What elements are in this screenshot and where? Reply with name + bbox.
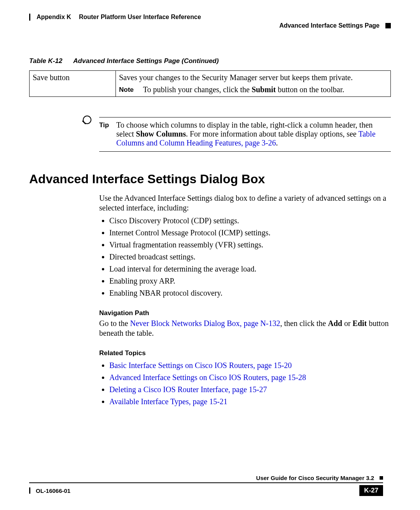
list-item: Enabling NBAR protocol discovery. (109, 288, 391, 298)
table-number: Table K-12 (29, 57, 62, 65)
magnifier-icon (80, 116, 91, 126)
related-link[interactable]: Basic Interface Settings on Cisco IOS Ro… (109, 361, 292, 370)
related-link[interactable]: Deleting a Cisco IOS Router Interface, p… (109, 385, 267, 394)
list-item: Internet Control Message Protocol (ICMP)… (109, 228, 391, 238)
list-item: Enabling proxy ARP. (109, 276, 391, 286)
running-header: Appendix K Router Platform User Interfac… (29, 14, 391, 21)
row-desc-text: Saves your changes to the Security Manag… (119, 73, 353, 82)
footer-docid: OL-16066-01 (36, 487, 70, 494)
footer-tick (29, 487, 30, 494)
page-footer: User Guide for Cisco Security Manager 3.… (29, 475, 383, 496)
feature-list: Cisco Discovery Protocol (CDP) settings.… (99, 216, 391, 298)
note-text-b: button on the toolbar. (276, 85, 344, 94)
tip-top-rule (99, 117, 391, 117)
table-caption-text: Advanced Interface Settings Page (Contin… (73, 57, 219, 65)
header-square-icon (385, 23, 391, 28)
table-caption: Table K-12Advanced Interface Settings Pa… (29, 57, 391, 65)
tip-block: Tip To choose which columns to display i… (29, 116, 391, 152)
header-subtitle: Advanced Interface Settings Page (279, 22, 380, 29)
list-item: Available Interface Types, page 15-21 (109, 397, 391, 407)
list-item: Load interval for determining the averag… (109, 264, 391, 274)
list-item: Advanced Interface Settings on Cisco IOS… (109, 373, 391, 382)
tip-text-b: . For more information about table displ… (186, 130, 358, 138)
note-block: Note To publish your changes, click the … (119, 85, 387, 94)
section-body: Use the Advanced Interface Settings dial… (99, 193, 391, 407)
note-label: Note (119, 85, 134, 94)
nav-path-heading: Navigation Path (99, 309, 391, 317)
nav-path-text: Go to the Never Block Networks Dialog Bo… (99, 319, 391, 338)
list-item: Cisco Discovery Protocol (CDP) settings. (109, 216, 391, 226)
row-label: Save button (30, 71, 116, 97)
settings-table: Save button Saves your changes to the Se… (29, 70, 391, 97)
footer-guide: User Guide for Cisco Security Manager 3.… (256, 475, 374, 481)
footer-rule (29, 482, 383, 483)
table-row: Save button Saves your changes to the Se… (30, 71, 391, 97)
note-text: To publish your changes, click the Submi… (143, 85, 344, 94)
tip-label: Tip (99, 121, 116, 129)
related-list: Basic Interface Settings on Cisco IOS Ro… (99, 361, 391, 407)
running-subheader: Advanced Interface Settings Page (29, 22, 391, 29)
page-number-badge: K-27 (359, 485, 383, 496)
nav-pre: Go to the (99, 319, 130, 328)
list-item: Directed broadcast settings. (109, 252, 391, 262)
header-tick (29, 14, 30, 21)
nav-link[interactable]: Never Block Networks Dialog Box, page N-… (130, 319, 280, 328)
related-link[interactable]: Advanced Interface Settings on Cisco IOS… (109, 373, 306, 382)
header-title: Router Platform User Interface Reference (79, 14, 201, 21)
nav-mid: , then click the (280, 319, 328, 328)
nav-edit: Edit (353, 319, 367, 328)
nav-or: or (342, 319, 353, 328)
note-text-a: To publish your changes, click the (143, 85, 252, 94)
footer-square-icon (380, 476, 383, 480)
related-heading: Related Topics (99, 349, 391, 357)
tip-bottom-rule (99, 151, 391, 152)
related-link[interactable]: Available Interface Types, page 15-21 (109, 397, 228, 406)
list-item: Deleting a Cisco IOS Router Interface, p… (109, 385, 391, 394)
header-appendix: Appendix K (37, 14, 71, 21)
nav-add: Add (328, 319, 342, 328)
section-heading: Advanced Interface Settings Dialog Box (29, 172, 391, 186)
tip-text-c: . (276, 138, 278, 147)
tip-bold: Show Columns (136, 130, 186, 138)
note-bold: Submit (252, 85, 276, 94)
intro-para: Use the Advanced Interface Settings dial… (99, 193, 391, 213)
row-desc: Saves your changes to the Security Manag… (116, 71, 391, 97)
list-item: Virtual fragmentation reassembly (VFR) s… (109, 240, 391, 250)
list-item: Basic Interface Settings on Cisco IOS Ro… (109, 361, 391, 370)
tip-text: To choose which columns to display in th… (116, 121, 391, 147)
